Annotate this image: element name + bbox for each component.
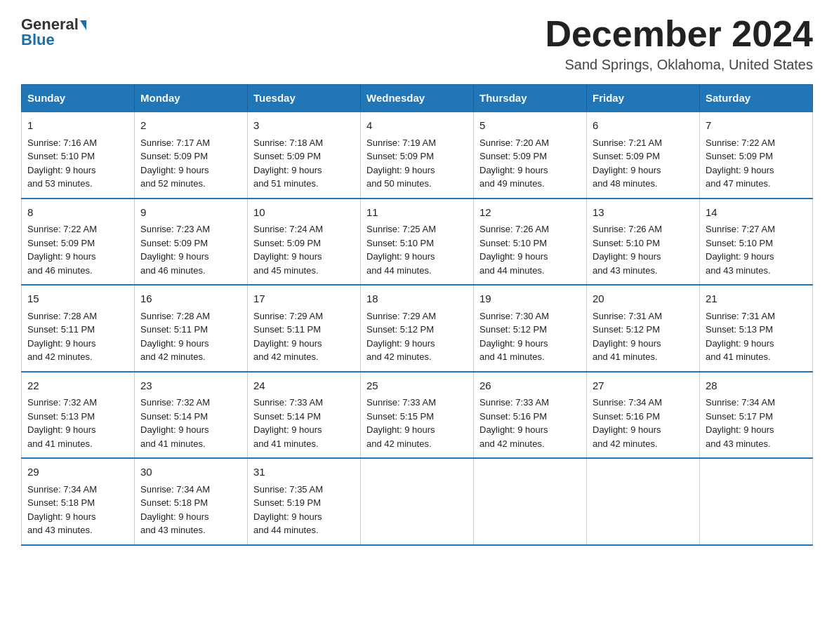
calendar-header-wednesday: Wednesday bbox=[361, 85, 474, 112]
day-info: Sunrise: 7:34 AMSunset: 5:18 PMDaylight:… bbox=[140, 483, 241, 537]
calendar-header-saturday: Saturday bbox=[700, 85, 813, 112]
day-info: Sunrise: 7:19 AMSunset: 5:09 PMDaylight:… bbox=[366, 136, 468, 191]
day-number: 17 bbox=[253, 291, 355, 307]
day-number: 8 bbox=[27, 205, 128, 221]
day-number: 6 bbox=[593, 118, 694, 134]
calendar-cell: 19Sunrise: 7:30 AMSunset: 5:12 PMDayligh… bbox=[474, 285, 587, 372]
day-number: 12 bbox=[479, 205, 581, 221]
day-info: Sunrise: 7:33 AMSunset: 5:15 PMDaylight:… bbox=[366, 396, 468, 450]
calendar-cell: 23Sunrise: 7:32 AMSunset: 5:14 PMDayligh… bbox=[135, 372, 248, 459]
calendar-header-row: SundayMondayTuesdayWednesdayThursdayFrid… bbox=[22, 85, 813, 112]
calendar-cell: 17Sunrise: 7:29 AMSunset: 5:11 PMDayligh… bbox=[248, 285, 361, 372]
day-number: 15 bbox=[27, 291, 128, 307]
day-info: Sunrise: 7:25 AMSunset: 5:10 PMDaylight:… bbox=[366, 222, 468, 277]
calendar-week-row: 8Sunrise: 7:22 AMSunset: 5:09 PMDaylight… bbox=[22, 199, 813, 286]
calendar-week-row: 29Sunrise: 7:34 AMSunset: 5:18 PMDayligh… bbox=[22, 458, 813, 545]
logo-general-text: General bbox=[21, 17, 86, 32]
day-info: Sunrise: 7:21 AMSunset: 5:09 PMDaylight:… bbox=[593, 136, 694, 191]
day-info: Sunrise: 7:34 AMSunset: 5:16 PMDaylight:… bbox=[593, 396, 694, 450]
day-number: 29 bbox=[27, 464, 128, 481]
calendar-week-row: 22Sunrise: 7:32 AMSunset: 5:13 PMDayligh… bbox=[22, 372, 813, 459]
day-info: Sunrise: 7:22 AMSunset: 5:09 PMDaylight:… bbox=[27, 222, 128, 277]
day-info: Sunrise: 7:33 AMSunset: 5:16 PMDaylight:… bbox=[479, 396, 581, 450]
day-number: 9 bbox=[140, 205, 241, 221]
day-number: 31 bbox=[253, 464, 355, 481]
calendar-cell: 27Sunrise: 7:34 AMSunset: 5:16 PMDayligh… bbox=[587, 372, 700, 459]
day-info: Sunrise: 7:28 AMSunset: 5:11 PMDaylight:… bbox=[27, 309, 128, 364]
day-info: Sunrise: 7:35 AMSunset: 5:19 PMDaylight:… bbox=[253, 483, 355, 537]
calendar-week-row: 15Sunrise: 7:28 AMSunset: 5:11 PMDayligh… bbox=[22, 285, 813, 372]
calendar-cell: 11Sunrise: 7:25 AMSunset: 5:10 PMDayligh… bbox=[361, 199, 474, 286]
day-info: Sunrise: 7:30 AMSunset: 5:12 PMDaylight:… bbox=[479, 309, 581, 364]
location-text: Sand Springs, Oklahoma, United States bbox=[545, 57, 813, 73]
calendar-cell: 15Sunrise: 7:28 AMSunset: 5:11 PMDayligh… bbox=[22, 285, 135, 372]
day-number: 26 bbox=[479, 378, 581, 394]
calendar-cell: 20Sunrise: 7:31 AMSunset: 5:12 PMDayligh… bbox=[587, 285, 700, 372]
day-info: Sunrise: 7:20 AMSunset: 5:09 PMDaylight:… bbox=[479, 136, 581, 191]
day-info: Sunrise: 7:24 AMSunset: 5:09 PMDaylight:… bbox=[253, 222, 355, 277]
day-number: 16 bbox=[140, 291, 241, 307]
calendar-cell: 18Sunrise: 7:29 AMSunset: 5:12 PMDayligh… bbox=[361, 285, 474, 372]
logo-triangle-icon bbox=[80, 20, 86, 30]
day-number: 20 bbox=[593, 291, 694, 307]
day-number: 19 bbox=[479, 291, 581, 307]
calendar-cell: 7Sunrise: 7:22 AMSunset: 5:09 PMDaylight… bbox=[700, 112, 813, 199]
day-info: Sunrise: 7:16 AMSunset: 5:10 PMDaylight:… bbox=[27, 136, 128, 191]
day-info: Sunrise: 7:31 AMSunset: 5:13 PMDaylight:… bbox=[706, 309, 807, 364]
calendar-cell: 13Sunrise: 7:26 AMSunset: 5:10 PMDayligh… bbox=[587, 199, 700, 286]
day-info: Sunrise: 7:26 AMSunset: 5:10 PMDaylight:… bbox=[593, 222, 694, 277]
calendar-cell: 25Sunrise: 7:33 AMSunset: 5:15 PMDayligh… bbox=[361, 372, 474, 459]
day-number: 18 bbox=[366, 291, 468, 307]
calendar-cell: 14Sunrise: 7:27 AMSunset: 5:10 PMDayligh… bbox=[700, 199, 813, 286]
day-number: 22 bbox=[27, 378, 128, 394]
calendar-cell bbox=[587, 458, 700, 545]
day-number: 7 bbox=[706, 118, 807, 134]
day-info: Sunrise: 7:17 AMSunset: 5:09 PMDaylight:… bbox=[140, 136, 241, 191]
day-info: Sunrise: 7:33 AMSunset: 5:14 PMDaylight:… bbox=[253, 396, 355, 450]
calendar-header-monday: Monday bbox=[135, 85, 248, 112]
calendar-header-sunday: Sunday bbox=[22, 85, 135, 112]
page-header: General Blue December 2024 Sand Springs,… bbox=[21, 14, 813, 73]
calendar-cell: 4Sunrise: 7:19 AMSunset: 5:09 PMDaylight… bbox=[361, 112, 474, 199]
calendar-cell: 8Sunrise: 7:22 AMSunset: 5:09 PMDaylight… bbox=[22, 199, 135, 286]
logo-blue-text: Blue bbox=[21, 32, 55, 48]
calendar-cell: 16Sunrise: 7:28 AMSunset: 5:11 PMDayligh… bbox=[135, 285, 248, 372]
calendar-cell: 28Sunrise: 7:34 AMSunset: 5:17 PMDayligh… bbox=[700, 372, 813, 459]
calendar-cell: 1Sunrise: 7:16 AMSunset: 5:10 PMDaylight… bbox=[22, 112, 135, 199]
calendar-header-friday: Friday bbox=[587, 85, 700, 112]
day-number: 4 bbox=[366, 118, 468, 134]
calendar-week-row: 1Sunrise: 7:16 AMSunset: 5:10 PMDaylight… bbox=[22, 112, 813, 199]
calendar-cell: 12Sunrise: 7:26 AMSunset: 5:10 PMDayligh… bbox=[474, 199, 587, 286]
calendar-cell: 10Sunrise: 7:24 AMSunset: 5:09 PMDayligh… bbox=[248, 199, 361, 286]
day-number: 1 bbox=[27, 118, 128, 134]
day-info: Sunrise: 7:22 AMSunset: 5:09 PMDaylight:… bbox=[706, 136, 807, 191]
calendar-header-tuesday: Tuesday bbox=[248, 85, 361, 112]
day-info: Sunrise: 7:34 AMSunset: 5:17 PMDaylight:… bbox=[706, 396, 807, 450]
calendar-cell: 9Sunrise: 7:23 AMSunset: 5:09 PMDaylight… bbox=[135, 199, 248, 286]
calendar-table: SundayMondayTuesdayWednesdayThursdayFrid… bbox=[21, 84, 813, 546]
day-number: 30 bbox=[140, 464, 241, 481]
calendar-cell: 31Sunrise: 7:35 AMSunset: 5:19 PMDayligh… bbox=[248, 458, 361, 545]
calendar-cell bbox=[700, 458, 813, 545]
day-info: Sunrise: 7:28 AMSunset: 5:11 PMDaylight:… bbox=[140, 309, 241, 364]
calendar-cell: 3Sunrise: 7:18 AMSunset: 5:09 PMDaylight… bbox=[248, 112, 361, 199]
day-number: 11 bbox=[366, 205, 468, 221]
month-title: December 2024 bbox=[545, 14, 813, 54]
day-info: Sunrise: 7:23 AMSunset: 5:09 PMDaylight:… bbox=[140, 222, 241, 277]
calendar-cell: 6Sunrise: 7:21 AMSunset: 5:09 PMDaylight… bbox=[587, 112, 700, 199]
day-number: 21 bbox=[706, 291, 807, 307]
day-info: Sunrise: 7:31 AMSunset: 5:12 PMDaylight:… bbox=[593, 309, 694, 364]
day-number: 25 bbox=[366, 378, 468, 394]
day-info: Sunrise: 7:27 AMSunset: 5:10 PMDaylight:… bbox=[706, 222, 807, 277]
calendar-header-thursday: Thursday bbox=[474, 85, 587, 112]
calendar-cell: 24Sunrise: 7:33 AMSunset: 5:14 PMDayligh… bbox=[248, 372, 361, 459]
day-info: Sunrise: 7:32 AMSunset: 5:13 PMDaylight:… bbox=[27, 396, 128, 450]
calendar-cell: 22Sunrise: 7:32 AMSunset: 5:13 PMDayligh… bbox=[22, 372, 135, 459]
calendar-cell bbox=[361, 458, 474, 545]
day-number: 24 bbox=[253, 378, 355, 394]
day-info: Sunrise: 7:26 AMSunset: 5:10 PMDaylight:… bbox=[479, 222, 581, 277]
day-number: 27 bbox=[593, 378, 694, 394]
day-number: 3 bbox=[253, 118, 355, 134]
day-info: Sunrise: 7:34 AMSunset: 5:18 PMDaylight:… bbox=[27, 483, 128, 537]
day-number: 13 bbox=[593, 205, 694, 221]
